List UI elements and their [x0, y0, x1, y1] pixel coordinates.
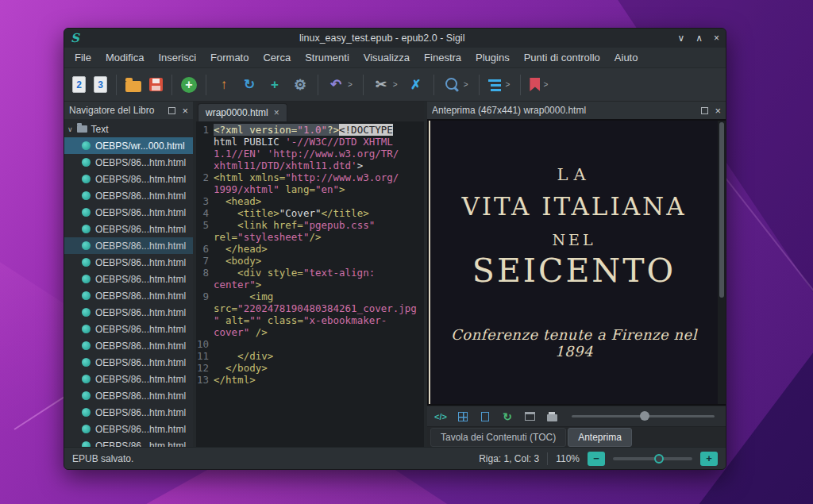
zoom-slider[interactable]	[613, 457, 692, 460]
dropdown-chevron-icon[interactable]: >	[504, 80, 512, 89]
code-row[interactable]: src="2202478190480384261_cover.jpg	[196, 302, 424, 314]
code-row[interactable]: 8 <div style="text-align:	[196, 267, 424, 279]
tab-close-icon[interactable]: ×	[274, 107, 279, 118]
zoom-slider-handle[interactable]	[654, 454, 664, 464]
titlebar[interactable]: S linux_easy_test.epub - epub2.0 - Sigil…	[64, 29, 726, 48]
book-file-item[interactable]: OEBPS/86...htm.html	[64, 221, 193, 237]
book-file-item[interactable]: OEBPS/86...htm.html	[64, 271, 193, 287]
copy-button[interactable]	[478, 410, 492, 424]
tree-folder-text[interactable]: ∨ Text	[64, 121, 193, 137]
book-file-item[interactable]: OEBPS/86...htm.html	[64, 254, 193, 271]
code-row[interactable]: 9 <img	[196, 290, 424, 302]
code-row[interactable]: 1.1//EN' 'http://www.w3.org/TR/	[196, 148, 424, 160]
menu-punti-di-controllo[interactable]: Punti di controllo	[517, 49, 607, 66]
float-panel-icon[interactable]	[701, 107, 708, 114]
code-row[interactable]: 3 <head>	[196, 195, 424, 207]
book-file-item[interactable]: OEBPS/86...htm.html	[64, 404, 193, 421]
book-file-item[interactable]: OEBPS/86...htm.html	[64, 304, 193, 321]
book-file-item[interactable]: OEBPS/86...htm.html	[64, 354, 193, 371]
delete-button[interactable]: ✗	[404, 74, 428, 96]
zoom-in-button[interactable]: +	[700, 452, 718, 466]
book-file-item[interactable]: OEBPS/86...htm.html	[64, 321, 193, 337]
preview-viewport[interactable]: LA VITA ITALIANA NEL SEICENTO Conferenze…	[427, 119, 726, 406]
close-button[interactable]: ×	[714, 33, 719, 44]
new-epub2-button[interactable]: 2	[69, 74, 89, 95]
code-row[interactable]: cover" />	[196, 326, 424, 338]
menu-inserisci[interactable]: Inserisci	[151, 49, 203, 66]
dropdown-chevron-icon[interactable]: >	[541, 80, 549, 89]
preview-scrollbar[interactable]	[718, 121, 726, 404]
code-row[interactable]: 12 </body>	[196, 362, 424, 374]
code-row[interactable]: 11 </div>	[196, 350, 424, 362]
code-row[interactable]: center">	[196, 279, 424, 290]
book-file-item[interactable]: OEBPS/86...htm.html	[64, 371, 193, 387]
bookmark-button[interactable]: >	[526, 75, 553, 94]
print-button[interactable]	[545, 410, 559, 424]
code-row[interactable]: 1<?xml version="1.0"?><!DOCTYPE	[196, 124, 424, 136]
tab-wrap0000[interactable]: wrap0000.html ×	[198, 103, 287, 121]
book-file-item[interactable]: OEBPS/86...htm.html	[64, 187, 193, 204]
detach-window-button[interactable]	[522, 410, 537, 424]
add-existing-file-button[interactable]: +	[178, 75, 200, 95]
code-editor[interactable]: 1<?xml version="1.0"?><!DOCTYPEhtml PUBL…	[196, 121, 424, 447]
book-file-item[interactable]: OEBPS/86...htm.html	[64, 337, 193, 354]
move-up-button[interactable]: ↑	[212, 74, 236, 96]
code-view-button[interactable]: </>	[433, 410, 448, 424]
tab-anteprima[interactable]: Anteprima	[568, 428, 632, 447]
code-row[interactable]: 2<html xmlns="http://www.w3.org/	[196, 171, 424, 183]
code-row[interactable]: 10	[196, 338, 424, 350]
caret-down-icon[interactable]: ∨	[67, 125, 73, 133]
book-file-item[interactable]: OEBPS/wr...000.html	[64, 137, 193, 154]
menu-modifica[interactable]: Modifica	[98, 49, 151, 66]
close-panel-icon[interactable]: ×	[715, 106, 721, 116]
open-file-button[interactable]	[122, 75, 144, 94]
code-row[interactable]: " alt="" class="x-ebookmaker-	[196, 314, 424, 326]
settings-button[interactable]: ⚙	[288, 74, 312, 96]
book-file-item[interactable]: OEBPS/86...htm.html	[64, 437, 193, 447]
dropdown-chevron-icon[interactable]: >	[462, 80, 470, 89]
save-button[interactable]	[146, 75, 166, 94]
close-panel-icon[interactable]: ×	[182, 106, 188, 116]
preview-zoom-slider[interactable]	[572, 415, 715, 417]
zoom-out-button[interactable]: −	[588, 452, 605, 466]
menu-formato[interactable]: Formato	[203, 49, 256, 66]
code-row[interactable]: 5 <link href="pgepub.css"	[196, 219, 424, 231]
maximize-button[interactable]: ∧	[695, 33, 703, 44]
reload-preview-button[interactable]: ↻	[500, 410, 514, 424]
code-row[interactable]: 13</html>	[196, 374, 424, 386]
minimize-button[interactable]: ∨	[677, 33, 684, 44]
book-file-item[interactable]: OEBPS/86...htm.html	[64, 421, 193, 437]
code-row[interactable]: rel="stylesheet"/>	[196, 231, 424, 243]
code-row[interactable]: xhtml11/DTD/xhtml11.dtd'>	[196, 160, 424, 171]
metadata-button[interactable]: >	[485, 76, 515, 94]
book-file-item[interactable]: OEBPS/86...htm.html	[64, 154, 193, 171]
code-row[interactable]: 1999/xhtml" lang="en">	[196, 183, 424, 195]
undo-button[interactable]: ↶>	[324, 74, 357, 96]
menu-file[interactable]: File	[67, 49, 98, 66]
dropdown-chevron-icon[interactable]: >	[346, 80, 354, 89]
code-row[interactable]: 6 </head>	[196, 243, 424, 255]
menu-plugins[interactable]: Plugins	[468, 49, 517, 66]
inspect-button[interactable]	[456, 410, 470, 424]
split-at-cursor-button[interactable]: +	[263, 74, 287, 96]
code-row[interactable]: 7 <body>	[196, 255, 424, 267]
book-file-item[interactable]: OEBPS/86...htm.html	[64, 287, 193, 304]
code-row[interactable]: html PUBLIC '-//W3C//DTD XHTML	[196, 136, 424, 148]
menu-aiuto[interactable]: Aiuto	[607, 49, 645, 66]
find-button[interactable]: >	[440, 74, 473, 96]
menu-visualizza[interactable]: Visualizza	[356, 49, 417, 66]
menu-finestra[interactable]: Finestra	[417, 49, 468, 66]
slider-handle[interactable]	[640, 411, 649, 421]
book-file-item[interactable]: OEBPS/86...htm.html	[64, 387, 193, 404]
scrollbar-thumb[interactable]	[719, 122, 724, 298]
cut-button[interactable]: ✂>	[369, 74, 403, 96]
refresh-button[interactable]: ↻	[237, 74, 261, 96]
code-row[interactable]: 4 <title>"Cover"</title>	[196, 207, 424, 219]
book-file-item[interactable]: OEBPS/86...htm.html	[64, 204, 193, 221]
float-panel-icon[interactable]	[168, 107, 175, 114]
new-epub3-button[interactable]: 3	[91, 74, 110, 95]
tab-tavola-dei-contenuti-toc[interactable]: Tavola dei Contenuti (TOC)	[430, 428, 566, 447]
menu-strumenti[interactable]: Strumenti	[298, 49, 356, 66]
dropdown-chevron-icon[interactable]: >	[391, 80, 399, 89]
book-file-item[interactable]: OEBPS/86...htm.html	[64, 171, 193, 187]
